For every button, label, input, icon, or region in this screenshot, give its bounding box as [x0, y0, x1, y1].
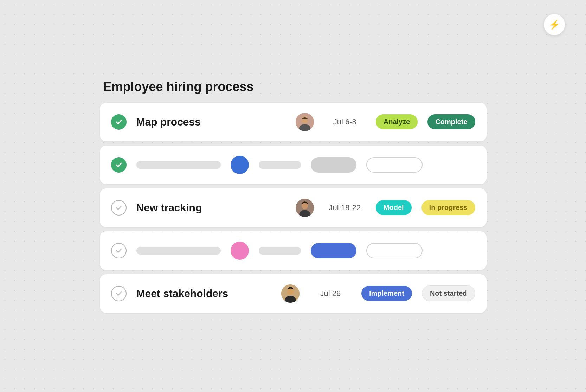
lightning-button[interactable]: ⚡ — [544, 14, 565, 35]
avatar-asian-man — [281, 284, 300, 303]
page-title: Employee hiring process — [100, 79, 487, 94]
avatar-pink — [231, 242, 249, 260]
blurred-name — [136, 161, 221, 169]
task-name-new-tracking: New tracking — [136, 202, 286, 214]
check-filled-icon — [111, 114, 127, 130]
blurred-tag2 — [366, 157, 423, 173]
check-outline-icon-3 — [111, 286, 127, 301]
blurred-tag1 — [311, 157, 356, 173]
check-outline-icon-2 — [111, 243, 127, 258]
task-name-meet-stakeholders: Meet stakeholders — [136, 288, 271, 300]
task-row[interactable]: Map process Jul 6-8 Analyze Complete — [100, 103, 487, 141]
tag-analyze[interactable]: Analyze — [376, 114, 418, 129]
avatar — [296, 113, 314, 131]
tag-in-progress[interactable]: In progress — [421, 200, 475, 215]
tag-implement[interactable]: Implement — [361, 286, 412, 301]
task-date-new-tracking: Jul 18-22 — [324, 203, 366, 212]
task-row-blurred-1[interactable] — [100, 146, 487, 184]
task-date: Jul 6-8 — [324, 117, 366, 127]
task-row-meet-stakeholders[interactable]: Meet stakeholders Jul 26 Implement Not s… — [100, 274, 487, 313]
svg-point-11 — [287, 288, 294, 295]
check-filled-icon-2 — [111, 157, 127, 173]
tag-model[interactable]: Model — [376, 200, 412, 215]
blurred-name-2 — [136, 247, 221, 255]
blurred-date-2 — [259, 247, 301, 255]
main-container: Employee hiring process Map process — [100, 79, 487, 313]
lightning-icon: ⚡ — [549, 19, 560, 30]
task-row-blurred-2[interactable] — [100, 231, 487, 270]
check-outline-icon — [111, 200, 127, 216]
avatar-man — [296, 199, 314, 217]
tag-not-started[interactable]: Not started — [422, 285, 475, 301]
blurred-tag2-2 — [366, 243, 423, 258]
task-list: Map process Jul 6-8 Analyze Complete — [100, 103, 487, 313]
task-name: Map process — [136, 116, 286, 128]
blurred-date — [259, 161, 301, 169]
tag-complete[interactable]: Complete — [427, 114, 475, 129]
task-date-meet-stakeholders: Jul 26 — [309, 289, 352, 298]
task-row-new-tracking[interactable]: New tracking Jul 18-22 Model In progress — [100, 188, 487, 227]
blurred-tag1-blue — [311, 243, 356, 258]
avatar-blue — [231, 156, 249, 174]
